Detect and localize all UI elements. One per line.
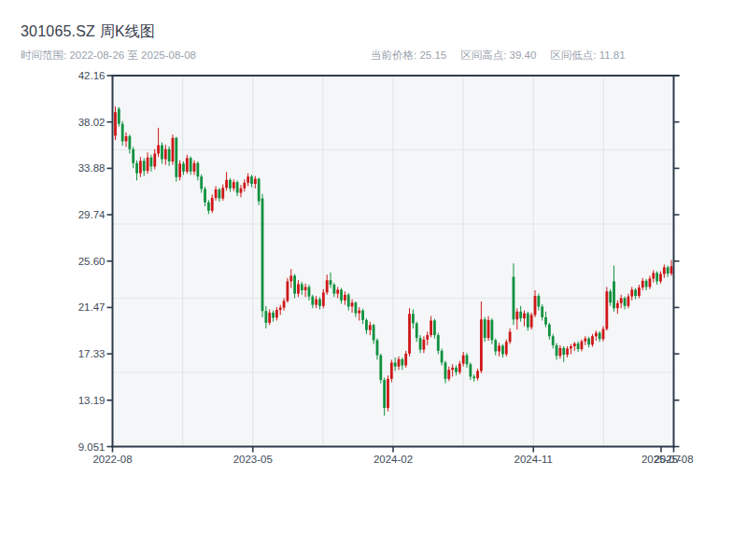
candle — [530, 313, 533, 329]
candle — [258, 177, 261, 204]
y-tick-label: 25.60 — [78, 256, 106, 267]
candle — [379, 354, 382, 384]
candle — [605, 287, 608, 330]
candle — [175, 137, 177, 182]
candle — [390, 359, 393, 382]
y-tick-label: 29.74 — [78, 209, 106, 220]
x-tick-label: 2024-02 — [374, 454, 413, 465]
kline-page: 301065.SZ 周K线图 时间范围: 2022-08-26 至 2025-0… — [0, 0, 747, 560]
candle — [387, 375, 389, 411]
x-tick-label: 2023-05 — [233, 454, 273, 465]
x-tick-label: 2025-08 — [654, 454, 693, 465]
candle — [118, 107, 120, 127]
y-tick-label: 33.88 — [78, 162, 106, 174]
y-tick-label: 17.33 — [78, 348, 106, 359]
candle — [287, 278, 289, 302]
candle — [261, 194, 264, 317]
y-tick-label: 21.47 — [78, 301, 106, 313]
y-tick-label: 13.19 — [78, 395, 106, 406]
y-tick-label: 42.16 — [78, 70, 106, 81]
kline-chart: 42.16 38.02 33.88 29.74 25.60 21.47 17.3… — [0, 0, 747, 560]
candle — [408, 308, 411, 357]
y-tick-label: 38.02 — [78, 117, 106, 128]
x-tick-label: 2024-11 — [514, 454, 553, 465]
y-axis-labels: 42.16 38.02 33.88 29.74 25.60 21.47 17.3… — [78, 70, 106, 453]
candle — [172, 134, 175, 164]
y-tick-label: 9.051 — [78, 441, 106, 453]
x-tick-label: 2022-08 — [92, 454, 132, 465]
candle — [505, 340, 508, 357]
x-axis-labels: 2022-08 2023-05 2024-02 2024-11 2025-07 … — [92, 454, 693, 465]
